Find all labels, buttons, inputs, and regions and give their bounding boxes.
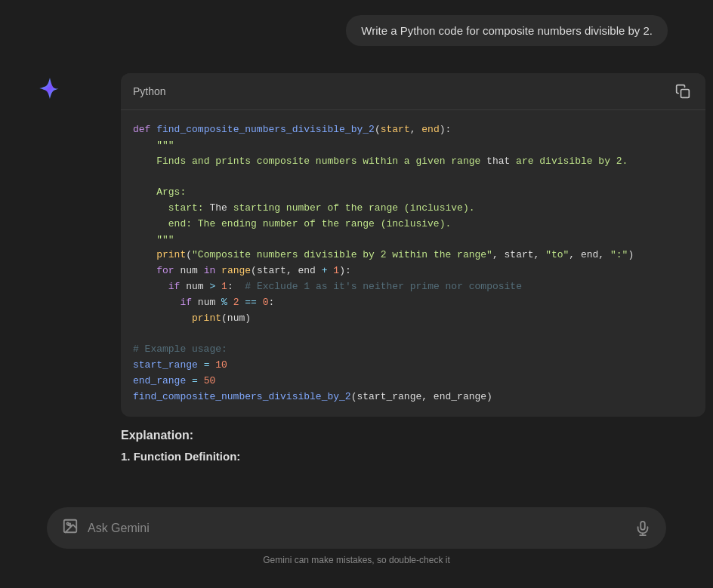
code-language-label: Python xyxy=(133,85,166,97)
input-box: Ask Gemini xyxy=(47,507,666,549)
user-message-bubble: Write a Python code for composite number… xyxy=(346,15,668,46)
mic-button[interactable] xyxy=(634,520,651,537)
explanation-section: Explanation: 1. Function Definition: xyxy=(121,417,705,463)
main-content: Python def find_composite_numbers_divisi… xyxy=(45,73,668,463)
svg-point-2 xyxy=(66,522,69,525)
explanation-first-item: 1. Function Definition: xyxy=(121,450,705,463)
gemini-icon-container xyxy=(38,76,62,103)
code-block-header: Python xyxy=(121,73,705,110)
input-placeholder-text: Ask Gemini xyxy=(88,522,625,535)
add-image-icon xyxy=(62,518,79,534)
code-block: Python def find_composite_numbers_divisi… xyxy=(121,73,705,417)
microphone-icon xyxy=(634,520,651,537)
page-container: Write a Python code for composite number… xyxy=(0,0,713,588)
user-message-text: Write a Python code for composite number… xyxy=(361,24,653,37)
user-message-container: Write a Python code for composite number… xyxy=(45,15,668,46)
disclaimer-text: Gemini can make mistakes, so double-chec… xyxy=(263,555,449,565)
image-input-icon xyxy=(62,518,79,538)
copy-icon xyxy=(675,84,690,99)
explanation-title: Explanation: xyxy=(121,429,705,442)
svg-rect-5 xyxy=(640,521,645,529)
content-area: Python def find_composite_numbers_divisi… xyxy=(83,73,668,463)
svg-rect-0 xyxy=(681,90,690,98)
input-area-container: Ask Gemini Gemini can make mistakes, so … xyxy=(0,507,713,565)
gemini-star-icon xyxy=(38,76,62,100)
code-content: def find_composite_numbers_divisible_by_… xyxy=(121,110,705,417)
copy-button[interactable] xyxy=(672,81,693,102)
